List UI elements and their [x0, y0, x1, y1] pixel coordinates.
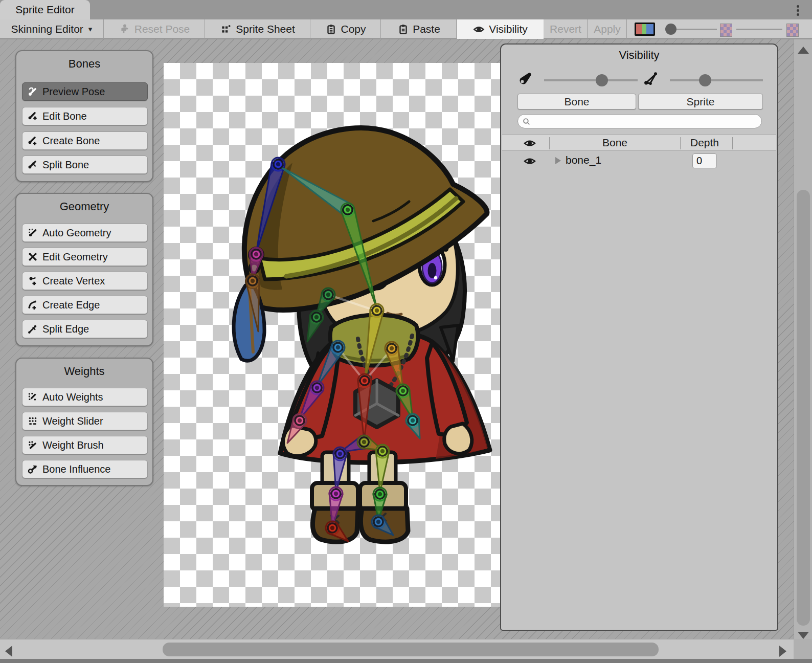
split-edge-icon [28, 324, 38, 334]
scrollbar-corner [794, 639, 812, 659]
bone-overlay[interactable] [164, 63, 500, 607]
geometry-panel-title: Geometry [16, 194, 152, 213]
paste-icon [397, 24, 409, 35]
weight-brush-button[interactable]: Weight Brush [22, 436, 148, 454]
weight-brush-icon [28, 440, 38, 450]
bones-panel-title: Bones [16, 51, 152, 71]
toolbar: Skinning Editor ▾ Reset Pose Sprite Shee… [0, 19, 812, 39]
skinning-editor-dropdown[interactable]: Skinning Editor ▾ [0, 19, 104, 39]
bone-filled-icon [517, 71, 533, 86]
sprite-editor-window: Sprite Editor Skinning Editor ▾ Reset Po… [0, 0, 812, 663]
weights-panel-title: Weights [16, 359, 152, 378]
sprite-opacity-knob[interactable] [699, 74, 711, 86]
auto-weights-icon [28, 392, 38, 402]
copy-label: Copy [341, 23, 366, 35]
edit-geometry-button[interactable]: Edit Geometry [22, 248, 148, 266]
tab-bone-label: Bone [564, 96, 589, 108]
search-input[interactable] [533, 116, 753, 127]
edit-bone-icon [28, 111, 38, 121]
paste-button[interactable]: Paste [381, 19, 457, 39]
edit-bone-button[interactable]: Edit Bone [22, 107, 148, 125]
create-bone-icon [28, 136, 38, 146]
alpha-slider-track[interactable] [736, 29, 782, 30]
visibility-eye-icon [473, 24, 485, 35]
apply-button[interactable]: Apply [588, 19, 627, 39]
scroll-right-icon[interactable] [779, 646, 786, 657]
sprite-sheet-label: Sprite Sheet [236, 23, 295, 35]
create-vertex-icon [28, 276, 38, 286]
sprite-opacity-track[interactable] [670, 79, 763, 81]
auto-weights-button[interactable]: Auto Weights [22, 388, 148, 406]
visibility-label: Visibility [489, 23, 527, 35]
preview-pose-icon [28, 86, 38, 97]
skinning-editor-label: Skinning Editor [11, 23, 83, 35]
create-vertex-button[interactable]: Create Vertex [22, 272, 148, 290]
bone-influence-icon [28, 464, 38, 474]
revert-label: Revert [550, 23, 581, 35]
bone-table-header: Bone Depth [502, 135, 776, 151]
reset-pose-label: Reset Pose [134, 23, 190, 35]
scroll-down-icon[interactable] [798, 632, 809, 639]
tab-strip: Sprite Editor [0, 0, 812, 19]
tab-sprite-label: Sprite [687, 96, 715, 108]
window-bottom-edge [0, 659, 812, 663]
tab-sprite[interactable]: Sprite [638, 94, 763, 109]
reset-pose-icon [119, 24, 130, 35]
visibility-panel: Visibility Bone Sprite [500, 43, 778, 631]
auto-geometry-icon [28, 228, 38, 238]
weights-panel: Weights Auto Weights Weight Slider Weigh… [15, 358, 153, 486]
copy-button[interactable]: Copy [311, 19, 381, 39]
bone-opacity-knob[interactable] [596, 74, 608, 86]
scroll-left-icon[interactable] [5, 646, 12, 657]
visibility-button[interactable]: Visibility [457, 19, 544, 39]
horizontal-scroll-thumb[interactable] [163, 643, 659, 656]
create-edge-icon [28, 300, 38, 310]
workspace: Bones Preview Pose Edit Bone Create Bone… [0, 39, 812, 639]
bone-influence-button[interactable]: Bone Influence [22, 460, 148, 478]
create-edge-button[interactable]: Create Edge [22, 296, 148, 314]
geometry-panel: Geometry Auto Geometry Edit Geometry Cre… [15, 193, 153, 346]
split-edge-button[interactable]: Split Edge [22, 320, 148, 338]
column-bone[interactable]: Bone [602, 137, 627, 149]
texture-swatch-icon[interactable] [720, 24, 732, 37]
scroll-up-icon[interactable] [798, 47, 809, 54]
depth-input[interactable]: 0 [692, 153, 717, 168]
weight-slider-button[interactable]: Weight Slider [22, 412, 148, 430]
revert-button[interactable]: Revert [544, 19, 588, 39]
zoom-slider-knob[interactable] [665, 24, 676, 35]
bone-row[interactable]: bone_1 0 [502, 151, 776, 171]
header-eye-icon[interactable] [524, 138, 536, 148]
disclosure-triangle-icon[interactable] [555, 157, 561, 164]
weight-slider-icon [28, 416, 38, 426]
color-ramp-group[interactable] [627, 19, 662, 39]
edit-geometry-icon [28, 252, 38, 262]
bone-outline-icon [643, 71, 659, 86]
apply-label: Apply [594, 23, 621, 35]
search-icon [523, 118, 530, 125]
paste-label: Paste [413, 23, 440, 35]
sprite-canvas[interactable] [164, 63, 500, 607]
horizontal-scrollbar[interactable] [0, 639, 794, 659]
auto-geometry-button[interactable]: Auto Geometry [22, 224, 148, 242]
preview-pose-button[interactable]: Preview Pose [22, 82, 148, 101]
sprite-sheet-button[interactable]: Sprite Sheet [206, 19, 310, 39]
texture-swatch2-icon[interactable] [786, 24, 799, 37]
bone-opacity-track[interactable] [544, 79, 638, 81]
split-bone-button[interactable]: Split Bone [22, 156, 148, 174]
search-box[interactable] [517, 114, 762, 128]
chevron-down-icon: ▾ [88, 25, 93, 34]
color-ramp-swatch[interactable] [635, 23, 655, 36]
tab-sprite-editor[interactable]: Sprite Editor [0, 0, 90, 19]
create-bone-button[interactable]: Create Bone [22, 131, 148, 150]
visibility-panel-title: Visibility [501, 45, 777, 62]
kebab-menu-icon[interactable] [792, 3, 804, 17]
tab-sprite-editor-label: Sprite Editor [15, 4, 75, 16]
bone-name[interactable]: bone_1 [566, 154, 601, 166]
row-eye-icon[interactable] [524, 156, 536, 166]
tab-bone[interactable]: Bone [517, 94, 636, 109]
vertical-scrollbar[interactable] [794, 39, 812, 639]
sprite-sheet-icon [220, 24, 232, 35]
reset-pose-button[interactable]: Reset Pose [104, 19, 205, 39]
column-depth[interactable]: Depth [690, 137, 719, 149]
vertical-scroll-thumb[interactable] [797, 190, 810, 626]
